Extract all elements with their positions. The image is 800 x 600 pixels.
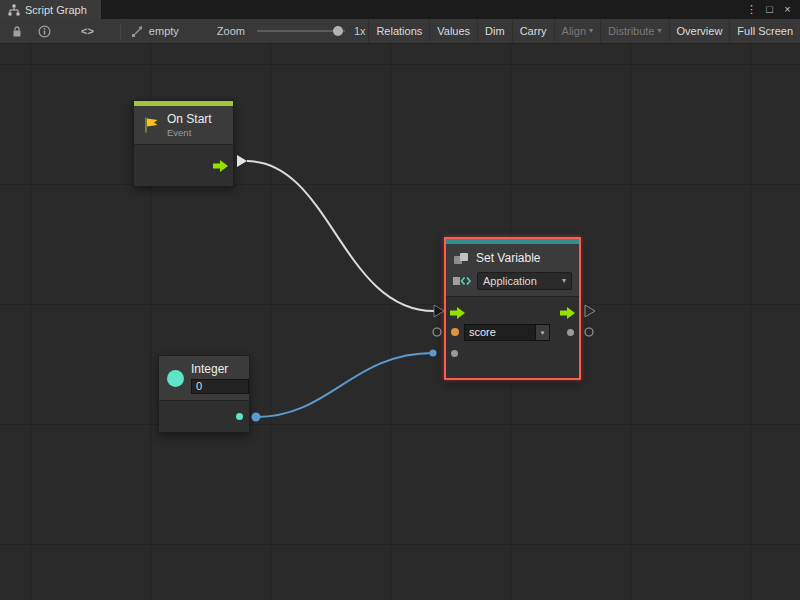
toolbar-buttons: Relations Values Dim Carry Align▾ Distri…	[368, 19, 800, 43]
node-title: Integer	[191, 362, 249, 376]
name-input-port[interactable]	[451, 328, 459, 336]
control-output-port[interactable]	[213, 158, 228, 176]
variable-kind-icon	[453, 275, 471, 287]
zoom-handle[interactable]	[333, 26, 343, 36]
code-icon[interactable]: <>	[81, 25, 94, 37]
control-wire-end-arrow	[434, 305, 444, 317]
fullscreen-button[interactable]: Full Screen	[729, 19, 800, 43]
control-input-port[interactable]	[450, 305, 465, 323]
window-controls: ⋮ □ ×	[744, 0, 800, 19]
chevron-down-icon: ▾	[541, 329, 545, 336]
titlebar: Script Graph ⋮ □ ×	[0, 0, 800, 19]
script-graph-window: Script Graph ⋮ □ × <>	[0, 0, 800, 600]
unconnected-control-triangle	[585, 305, 595, 317]
window-menu-icon[interactable]: ⋮	[744, 0, 759, 19]
value-wire-end-dot	[430, 350, 437, 357]
values-button[interactable]: Values	[429, 19, 477, 43]
toolbar-divider	[120, 23, 121, 40]
unconnected-output-circle	[585, 328, 593, 336]
zoom-value: 1x	[354, 25, 366, 37]
integer-output-port[interactable]	[236, 413, 243, 420]
node-on-start[interactable]: On Start Event	[133, 100, 234, 187]
variable-name-value[interactable]: score	[465, 325, 535, 340]
integer-value-field[interactable]: 0	[191, 379, 249, 394]
empty-label: empty	[149, 25, 179, 37]
chevron-down-icon: ▾	[562, 277, 566, 285]
flag-icon	[142, 116, 160, 134]
chevron-down-icon: ▾	[658, 27, 662, 35]
control-output-port[interactable]	[560, 305, 575, 323]
zoom-label: Zoom	[217, 25, 245, 37]
distribute-button[interactable]: Distribute▾	[600, 19, 668, 43]
graph-icon	[8, 4, 20, 16]
value-input-port[interactable]	[451, 350, 458, 357]
scope-dropdown[interactable]: Application ▾	[477, 272, 572, 290]
relations-button[interactable]: Relations	[368, 19, 429, 43]
value-output-port[interactable]	[567, 329, 574, 336]
scope-value: Application	[483, 275, 537, 287]
control-wire[interactable]	[247, 161, 434, 311]
toolbar: <> empty Zoom 1x Relations Values Dim Ca…	[0, 19, 800, 44]
lock-icon[interactable]	[12, 25, 22, 38]
tab-title: Script Graph	[25, 4, 87, 16]
overview-button[interactable]: Overview	[669, 19, 730, 43]
tab-script-graph[interactable]: Script Graph	[0, 0, 101, 19]
carry-button[interactable]: Carry	[512, 19, 554, 43]
zoom-track	[257, 30, 345, 32]
control-wire-start-arrow	[237, 155, 247, 167]
value-wire[interactable]	[256, 353, 433, 417]
info-icon[interactable]	[38, 25, 51, 38]
maximize-icon[interactable]: □	[762, 0, 777, 19]
node-integer[interactable]: Integer 0	[158, 355, 250, 433]
zoom-slider[interactable]	[257, 25, 345, 37]
variable-name-field[interactable]: score ▾	[464, 324, 550, 341]
variables-icon	[453, 252, 470, 265]
node-set-variable[interactable]: Set Variable Application ▾	[444, 237, 581, 380]
align-button[interactable]: Align▾	[554, 19, 600, 43]
chevron-down-icon: ▾	[589, 27, 593, 35]
pointer-icon	[131, 25, 144, 38]
integer-type-icon	[167, 370, 184, 387]
graph-canvas[interactable]: On Start Event Set Variable	[0, 44, 800, 600]
node-title: On Start	[167, 112, 212, 126]
node-subtitle: Event	[167, 127, 212, 138]
value-wire-start-dot	[252, 413, 261, 422]
node-title: Set Variable	[476, 251, 540, 265]
variable-name-dropdown-button[interactable]: ▾	[535, 325, 549, 340]
dim-button[interactable]: Dim	[477, 19, 512, 43]
unconnected-input-circle	[433, 328, 441, 336]
close-icon[interactable]: ×	[780, 0, 795, 19]
